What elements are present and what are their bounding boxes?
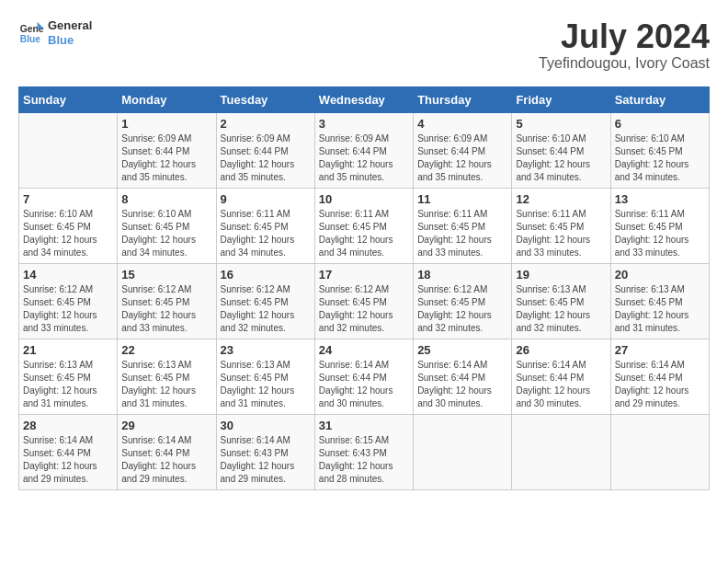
day-number: 13 (615, 192, 705, 206)
day-number: 11 (417, 192, 507, 206)
calendar-cell: 9Sunrise: 6:11 AM Sunset: 6:45 PM Daylig… (216, 188, 314, 263)
calendar-cell: 7Sunrise: 6:10 AM Sunset: 6:45 PM Daylig… (19, 188, 118, 263)
day-detail: Sunrise: 6:15 AM Sunset: 6:43 PM Dayligh… (319, 434, 409, 486)
day-number: 21 (23, 343, 113, 357)
calendar-cell: 23Sunrise: 6:13 AM Sunset: 6:45 PM Dayli… (216, 339, 314, 414)
day-number: 17 (319, 268, 409, 282)
location-subtitle: Tyefindougou, Ivory Coast (539, 55, 710, 72)
logo: General Blue General Blue (18, 18, 92, 47)
calendar-week-row: 28Sunrise: 6:14 AM Sunset: 6:44 PM Dayli… (19, 414, 710, 489)
day-number: 31 (319, 419, 409, 432)
day-number: 28 (23, 419, 113, 432)
day-detail: Sunrise: 6:14 AM Sunset: 6:44 PM Dayligh… (615, 359, 705, 410)
day-number: 3 (319, 117, 409, 131)
calendar-cell: 22Sunrise: 6:13 AM Sunset: 6:45 PM Dayli… (118, 339, 216, 414)
calendar-cell: 6Sunrise: 6:10 AM Sunset: 6:45 PM Daylig… (610, 112, 709, 188)
svg-text:Blue: Blue (20, 34, 41, 44)
calendar-cell: 15Sunrise: 6:12 AM Sunset: 6:45 PM Dayli… (118, 263, 216, 339)
day-number: 16 (221, 268, 311, 282)
calendar-cell: 11Sunrise: 6:11 AM Sunset: 6:45 PM Dayli… (414, 188, 512, 263)
day-number: 2 (221, 117, 311, 131)
day-detail: Sunrise: 6:14 AM Sunset: 6:44 PM Dayligh… (319, 359, 409, 410)
day-detail: Sunrise: 6:11 AM Sunset: 6:45 PM Dayligh… (417, 208, 507, 259)
day-detail: Sunrise: 6:10 AM Sunset: 6:44 PM Dayligh… (516, 132, 606, 184)
day-number: 10 (319, 192, 409, 206)
logo-icon: General Blue (18, 20, 44, 46)
day-number: 20 (615, 268, 705, 282)
day-number: 14 (23, 268, 113, 282)
day-detail: Sunrise: 6:12 AM Sunset: 6:45 PM Dayligh… (23, 283, 113, 335)
day-detail: Sunrise: 6:09 AM Sunset: 6:44 PM Dayligh… (121, 132, 211, 184)
day-number: 23 (221, 343, 311, 357)
day-detail: Sunrise: 6:14 AM Sunset: 6:44 PM Dayligh… (23, 434, 113, 486)
day-detail: Sunrise: 6:11 AM Sunset: 6:45 PM Dayligh… (319, 208, 409, 259)
day-number: 29 (121, 419, 211, 432)
logo-line1: General (48, 18, 92, 33)
day-detail: Sunrise: 6:11 AM Sunset: 6:45 PM Dayligh… (221, 208, 311, 259)
calendar-body: 1Sunrise: 6:09 AM Sunset: 6:44 PM Daylig… (19, 112, 710, 489)
calendar-cell: 2Sunrise: 6:09 AM Sunset: 6:44 PM Daylig… (216, 112, 314, 188)
day-header: Tuesday (216, 86, 314, 112)
calendar-cell: 10Sunrise: 6:11 AM Sunset: 6:45 PM Dayli… (314, 188, 413, 263)
calendar-cell: 30Sunrise: 6:14 AM Sunset: 6:43 PM Dayli… (216, 414, 314, 489)
day-header: Monday (118, 86, 216, 112)
calendar-cell: 13Sunrise: 6:11 AM Sunset: 6:45 PM Dayli… (610, 188, 709, 263)
day-detail: Sunrise: 6:10 AM Sunset: 6:45 PM Dayligh… (615, 132, 705, 184)
day-header: Saturday (610, 86, 709, 112)
day-number: 5 (516, 117, 606, 131)
day-detail: Sunrise: 6:09 AM Sunset: 6:44 PM Dayligh… (319, 132, 409, 184)
calendar-week-row: 1Sunrise: 6:09 AM Sunset: 6:44 PM Daylig… (19, 112, 710, 188)
day-detail: Sunrise: 6:11 AM Sunset: 6:45 PM Dayligh… (615, 208, 705, 259)
calendar-cell: 25Sunrise: 6:14 AM Sunset: 6:44 PM Dayli… (414, 339, 512, 414)
day-number: 25 (417, 343, 507, 357)
day-detail: Sunrise: 6:14 AM Sunset: 6:44 PM Dayligh… (121, 434, 211, 486)
calendar-cell: 4Sunrise: 6:09 AM Sunset: 6:44 PM Daylig… (414, 112, 512, 188)
calendar-cell: 31Sunrise: 6:15 AM Sunset: 6:43 PM Dayli… (314, 414, 413, 489)
day-detail: Sunrise: 6:13 AM Sunset: 6:45 PM Dayligh… (516, 283, 606, 335)
day-detail: Sunrise: 6:10 AM Sunset: 6:45 PM Dayligh… (23, 208, 113, 259)
calendar-cell: 19Sunrise: 6:13 AM Sunset: 6:45 PM Dayli… (512, 263, 610, 339)
calendar-cell: 26Sunrise: 6:14 AM Sunset: 6:44 PM Dayli… (512, 339, 610, 414)
calendar-cell (610, 414, 709, 489)
month-title: July 2024 (539, 18, 710, 55)
day-header: Wednesday (314, 86, 413, 112)
calendar-table: SundayMondayTuesdayWednesdayThursdayFrid… (18, 86, 710, 490)
day-number: 12 (516, 192, 606, 206)
calendar-cell: 3Sunrise: 6:09 AM Sunset: 6:44 PM Daylig… (314, 112, 413, 188)
day-detail: Sunrise: 6:13 AM Sunset: 6:45 PM Dayligh… (121, 359, 211, 410)
day-detail: Sunrise: 6:09 AM Sunset: 6:44 PM Dayligh… (221, 132, 311, 184)
day-number: 24 (319, 343, 409, 357)
calendar-cell: 16Sunrise: 6:12 AM Sunset: 6:45 PM Dayli… (216, 263, 314, 339)
day-header: Sunday (19, 86, 118, 112)
day-detail: Sunrise: 6:10 AM Sunset: 6:45 PM Dayligh… (121, 208, 211, 259)
calendar-cell: 12Sunrise: 6:11 AM Sunset: 6:45 PM Dayli… (512, 188, 610, 263)
day-detail: Sunrise: 6:14 AM Sunset: 6:44 PM Dayligh… (417, 359, 507, 410)
calendar-cell (512, 414, 610, 489)
day-number: 22 (121, 343, 211, 357)
day-header: Thursday (414, 86, 512, 112)
calendar-week-row: 21Sunrise: 6:13 AM Sunset: 6:45 PM Dayli… (19, 339, 710, 414)
calendar-cell: 5Sunrise: 6:10 AM Sunset: 6:44 PM Daylig… (512, 112, 610, 188)
day-detail: Sunrise: 6:14 AM Sunset: 6:44 PM Dayligh… (516, 359, 606, 410)
calendar-cell: 8Sunrise: 6:10 AM Sunset: 6:45 PM Daylig… (118, 188, 216, 263)
day-detail: Sunrise: 6:11 AM Sunset: 6:45 PM Dayligh… (516, 208, 606, 259)
calendar-cell: 17Sunrise: 6:12 AM Sunset: 6:45 PM Dayli… (314, 263, 413, 339)
calendar-cell: 27Sunrise: 6:14 AM Sunset: 6:44 PM Dayli… (610, 339, 709, 414)
calendar-cell: 28Sunrise: 6:14 AM Sunset: 6:44 PM Dayli… (19, 414, 118, 489)
day-detail: Sunrise: 6:14 AM Sunset: 6:43 PM Dayligh… (221, 434, 311, 486)
day-detail: Sunrise: 6:09 AM Sunset: 6:44 PM Dayligh… (417, 132, 507, 184)
day-number: 30 (221, 419, 311, 432)
days-header-row: SundayMondayTuesdayWednesdayThursdayFrid… (19, 86, 710, 112)
day-number: 27 (615, 343, 705, 357)
day-detail: Sunrise: 6:13 AM Sunset: 6:45 PM Dayligh… (23, 359, 113, 410)
day-detail: Sunrise: 6:13 AM Sunset: 6:45 PM Dayligh… (615, 283, 705, 335)
calendar-cell: 24Sunrise: 6:14 AM Sunset: 6:44 PM Dayli… (314, 339, 413, 414)
calendar-cell: 1Sunrise: 6:09 AM Sunset: 6:44 PM Daylig… (118, 112, 216, 188)
title-block: July 2024 Tyefindougou, Ivory Coast (539, 18, 710, 72)
day-number: 1 (121, 117, 211, 131)
day-header: Friday (512, 86, 610, 112)
day-detail: Sunrise: 6:12 AM Sunset: 6:45 PM Dayligh… (121, 283, 211, 335)
day-number: 4 (417, 117, 507, 131)
day-number: 8 (121, 192, 211, 206)
day-detail: Sunrise: 6:12 AM Sunset: 6:45 PM Dayligh… (417, 283, 507, 335)
